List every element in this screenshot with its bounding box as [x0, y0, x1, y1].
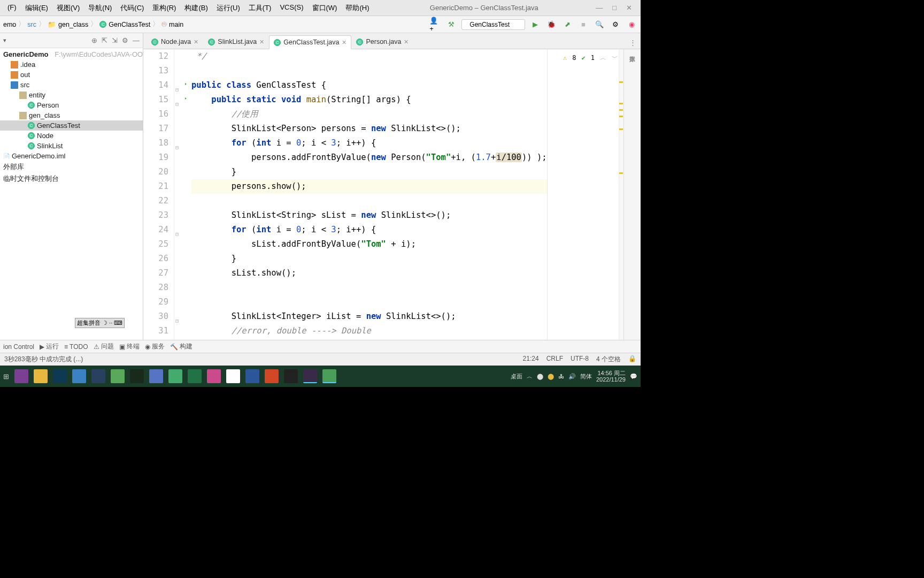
bottom-tab[interactable]: ◉ 服务	[145, 342, 165, 351]
tab-active[interactable]: CGenClassTest.java✕	[269, 35, 351, 49]
tree-folder[interactable]: out	[0, 70, 143, 80]
project-panel[interactable]: ▾ ⊕ ⇱ ⇲ ⚙ — GenericDemo F:\ywm\EduCodes\…	[0, 33, 143, 340]
tree-item[interactable]: CPerson	[0, 100, 143, 110]
close-button[interactable]: ✕	[626, 4, 632, 12]
window-title: GenericDemo – GenClassTest.java	[372, 4, 596, 12]
menu-help[interactable]: 帮助(H)	[342, 2, 372, 14]
task-icon[interactable]	[53, 369, 67, 383]
tree-item[interactable]: CNode	[0, 131, 143, 141]
tray-desktop[interactable]: 桌面	[511, 372, 522, 381]
target-icon[interactable]: ⊕	[91, 36, 97, 44]
tray-clock[interactable]: 14:56 周二2022/11/29	[596, 370, 626, 383]
task-icon[interactable]: ⊞	[3, 372, 9, 381]
breadcrumb[interactable]: emo〉 src〉 📁gen_class〉 CGenClassTest〉 ⓜma…	[3, 20, 183, 29]
bottom-tab[interactable]: ≡ TODO	[64, 343, 88, 351]
tree-item-selected[interactable]: CGenClassTest	[0, 120, 143, 131]
bottom-tab[interactable]: ▣ 终端	[119, 342, 140, 351]
menu-view[interactable]: 视图(V)	[53, 2, 83, 14]
task-icon[interactable]	[207, 369, 221, 383]
task-icon[interactable]	[72, 369, 86, 383]
task-icon[interactable]	[91, 369, 105, 383]
close-icon[interactable]: ✕	[259, 39, 264, 45]
expand-icon[interactable]: ⇲	[112, 36, 118, 44]
panel-settings-icon[interactable]: ⚙	[122, 36, 128, 44]
close-icon[interactable]: ✕	[342, 39, 346, 46]
stop-icon[interactable]: ■	[578, 19, 589, 31]
task-icon[interactable]	[111, 369, 125, 383]
intellij-icon[interactable]: ◉	[626, 19, 637, 31]
hammer-icon[interactable]: ⚒	[445, 19, 457, 31]
tray-notification-icon[interactable]: 💬	[630, 373, 637, 380]
status-eol[interactable]: CRLF	[546, 355, 563, 364]
tree-root[interactable]: GenericDemo F:\ywm\EduCodes\JAVA-OO\	[0, 49, 143, 59]
settings-icon[interactable]: ⚙	[610, 19, 621, 31]
menu-refactor[interactable]: 重构(R)	[149, 2, 179, 14]
menu-vcs[interactable]: VCS(S)	[276, 2, 306, 14]
task-icon[interactable]	[149, 369, 163, 383]
tree-folder[interactable]: .idea	[0, 59, 143, 70]
titlebar: (F) 编辑(E) 视图(V) 导航(N) 代码(C) 重构(R) 构建(B) …	[0, 0, 641, 16]
task-icon[interactable]	[322, 369, 336, 383]
menu-edit[interactable]: 编辑(E)	[22, 2, 51, 14]
coverage-icon[interactable]: ⬈	[561, 19, 573, 31]
tab[interactable]: CPerson.java✕	[351, 35, 413, 49]
tray-ime[interactable]: 简体	[580, 372, 592, 381]
status-encoding[interactable]: UTF-8	[571, 355, 589, 364]
tree-item[interactable]: 📄GenericDemo.iml	[0, 151, 143, 161]
task-icon[interactable]	[265, 369, 279, 383]
tree-item[interactable]: CSlinkList	[0, 141, 143, 151]
close-icon[interactable]: ✕	[404, 39, 409, 45]
task-icon[interactable]	[188, 369, 202, 383]
tree-folder[interactable]: gen_class	[0, 110, 143, 120]
search-icon[interactable]: 🔍	[594, 19, 605, 31]
code-editor[interactable]: 1213141516171819202122232425262728293031…	[143, 49, 641, 340]
tab[interactable]: CSlinkList.java✕	[203, 35, 269, 49]
task-icon[interactable]	[284, 369, 298, 383]
menu-tools[interactable]: 工具(T)	[245, 2, 275, 14]
bottom-tab[interactable]: 🔨 构建	[170, 342, 192, 351]
bottom-tab[interactable]: ion Control	[3, 343, 34, 351]
task-icon[interactable]	[303, 369, 317, 383]
maximize-button[interactable]: □	[612, 4, 617, 12]
add-user-icon[interactable]: 👤+	[429, 19, 441, 31]
close-icon[interactable]: ✕	[194, 39, 198, 45]
task-icon[interactable]	[34, 369, 48, 383]
menu-window[interactable]: 窗口(W)	[309, 2, 341, 14]
error-stripe[interactable]	[619, 49, 623, 340]
task-icon[interactable]	[14, 369, 28, 383]
tray-chevron-icon[interactable]: ︿	[527, 372, 533, 381]
menu-file[interactable]: (F)	[4, 2, 20, 14]
line-gutter[interactable]: 1213141516171819202122232425262728293031	[143, 49, 174, 340]
bottom-tab[interactable]: ⚠ 问题	[94, 342, 114, 351]
menu-nav[interactable]: 导航(N)	[85, 2, 115, 14]
collapse-icon[interactable]: ⇱	[102, 36, 107, 44]
task-icon[interactable]	[245, 369, 259, 383]
tree-folder[interactable]: src	[0, 80, 143, 90]
menu-run[interactable]: 运行(U)	[213, 2, 243, 14]
task-icon[interactable]	[168, 369, 182, 383]
status-indent[interactable]: 4 个空格	[596, 355, 621, 364]
tab[interactable]: CNode.java✕	[147, 35, 203, 49]
tree-item[interactable]: 临时文件和控制台	[0, 173, 143, 185]
run-config-dropdown[interactable]: GenClassTest	[461, 19, 525, 30]
inspection-summary[interactable]: ⚠8 ✔1 ︿﹀	[563, 51, 618, 65]
debug-icon[interactable]: 🐞	[545, 19, 557, 31]
hide-panel-icon[interactable]: —	[133, 36, 140, 44]
side-tool-label[interactable]: 数据库	[623, 49, 641, 340]
tree-folder[interactable]: entity	[0, 90, 143, 100]
task-icon[interactable]	[226, 369, 240, 383]
tray-network-icon[interactable]: 🖧	[558, 373, 564, 379]
tray-icon[interactable]: ⬤	[548, 373, 554, 380]
menu-build[interactable]: 构建(B)	[181, 2, 211, 14]
tray-volume-icon[interactable]: 🔊	[568, 373, 576, 380]
lock-icon[interactable]: 🔒	[628, 355, 636, 364]
minimize-button[interactable]: —	[596, 4, 603, 12]
menu-code[interactable]: 代码(C)	[117, 2, 147, 14]
bottom-tab[interactable]: ▶ 运行	[40, 342, 59, 351]
task-icon[interactable]	[130, 369, 144, 383]
run-icon[interactable]: ▶	[529, 19, 541, 31]
tree-item[interactable]: 外部库	[0, 161, 143, 173]
status-caret[interactable]: 21:24	[523, 355, 539, 364]
tray-icon[interactable]: ⬤	[537, 373, 543, 380]
tab-menu-icon[interactable]: ⋮	[625, 36, 641, 49]
